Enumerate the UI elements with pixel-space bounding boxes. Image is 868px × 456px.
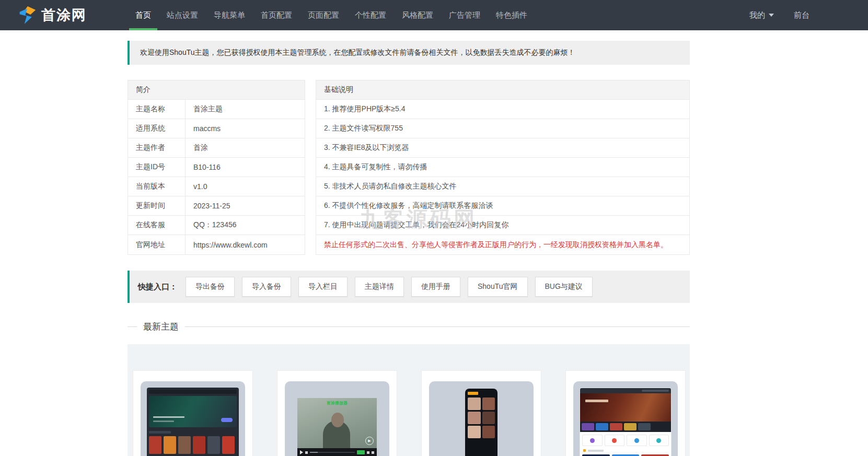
- mock-thumb-row: [580, 453, 671, 456]
- note-row: 3. 不兼容IE8及以下浏览器: [316, 138, 689, 158]
- row-value: maccms: [186, 119, 228, 138]
- theme-preview-screenshot: [580, 388, 672, 456]
- mock-text-line: [588, 450, 604, 452]
- poster-thumb: [222, 436, 235, 454]
- device-frame: [141, 381, 245, 456]
- poster-thumb: [164, 436, 176, 454]
- chevron-down-icon: [769, 14, 774, 17]
- poster-thumb: [207, 436, 220, 454]
- photo-thumb: [468, 426, 481, 438]
- poster-thumb: [610, 423, 622, 430]
- export-backup-button[interactable]: 导出备份: [186, 277, 235, 297]
- theme-details-button[interactable]: 主题详情: [355, 277, 404, 297]
- intro-table-title: 简介: [128, 80, 305, 100]
- user-manual-button[interactable]: 使用手册: [411, 277, 460, 297]
- progress-bar: [310, 452, 355, 453]
- site-logo[interactable]: 首涂网: [18, 0, 87, 30]
- mock-card: [605, 435, 625, 446]
- row-label: 当前版本: [128, 177, 186, 196]
- note-row: 1. 推荐使用PHP版本≥5.4: [316, 100, 689, 119]
- nav-item-ad-manage[interactable]: 广告管理: [441, 0, 488, 30]
- table-row: 主题ID号 B10-116: [128, 158, 305, 177]
- notes-table: 基础说明 1. 推荐使用PHP版本≥5.4 2. 主题文件读写权限755 3. …: [316, 80, 690, 255]
- play-icon: ▶: [365, 437, 374, 445]
- photo-thumb: [468, 397, 481, 410]
- mock-banner: [149, 396, 237, 427]
- mock-app-logo: [468, 392, 478, 395]
- theme-card-video-player[interactable]: 首涂播放器 ▶: [277, 370, 397, 456]
- nav-item-site-settings[interactable]: 站点设置: [159, 0, 206, 30]
- mock-video-frame: 首涂播放器 ▶: [297, 398, 377, 448]
- logo-text: 首涂网: [41, 6, 87, 25]
- shoutu-official-site-button[interactable]: ShouTu官网: [468, 277, 528, 297]
- mock-icon: [590, 438, 595, 443]
- mock-icon: [656, 438, 661, 443]
- nav-item-style-config[interactable]: 风格配置: [394, 0, 441, 30]
- nav-item-personal-config[interactable]: 个性配置: [347, 0, 394, 30]
- main-content: 欢迎使用ShouTu主题，您已获得授权使用本主题管理系统，在您配置或修改文件前请…: [128, 41, 690, 456]
- mock-icon: [612, 438, 617, 443]
- mock-topbar: [580, 388, 671, 393]
- nav-item-page-config[interactable]: 页面配置: [300, 0, 347, 30]
- note-row: 4. 主题具备可复制性，请勿传播: [316, 158, 689, 177]
- top-navbar: 首涂网 首页 站点设置 导航菜单 首页配置 页面配置 个性配置 风格配置 广告管…: [0, 0, 868, 30]
- theme-card-desktop-game[interactable]: [565, 370, 686, 456]
- quick-entry-label: 快捷入口：: [138, 282, 177, 292]
- nav-right-group: 我的 前台: [749, 0, 809, 30]
- mock-topbar: [149, 390, 237, 394]
- nav-item-nav-menu[interactable]: 导航菜单: [206, 0, 253, 30]
- row-value: 首涂主题: [186, 100, 230, 119]
- mock-section-label: [149, 431, 171, 434]
- row-value: B10-116: [186, 158, 228, 177]
- poster-thumb: [149, 436, 161, 454]
- note-row: 5. 非技术人员请勿私自修改主题核心文件: [316, 177, 689, 196]
- mock-green-button: [357, 450, 365, 454]
- row-label: 主题名称: [128, 100, 186, 119]
- row-label: 在线客服: [128, 216, 186, 235]
- note-row: 7. 使用中出现问题请提交工单，我们会在24小时内回复你: [316, 216, 689, 235]
- fullscreen-icon: [372, 451, 374, 454]
- table-row: 当前版本 v1.0: [128, 177, 305, 196]
- table-row: 在线客服 QQ：123456: [128, 216, 305, 235]
- device-frame: [573, 381, 678, 456]
- poster-thumb: [582, 423, 594, 430]
- nav-frontend-link[interactable]: 前台: [794, 10, 809, 20]
- mock-icon: [634, 438, 639, 443]
- volume-icon: [305, 451, 308, 454]
- theme-preview-screenshot: [147, 388, 239, 456]
- official-site-url: https://www.dkewl.com: [186, 235, 275, 254]
- table-row: 官网地址 https://www.dkewl.com: [128, 235, 305, 254]
- mock-text-line: [153, 416, 184, 418]
- poster-thumb: [638, 423, 651, 430]
- photo-thumb: [482, 412, 495, 424]
- nav-item-plugins[interactable]: 特色插件: [488, 0, 535, 30]
- welcome-alert: 欢迎使用ShouTu主题，您已获得授权使用本主题管理系统，在您配置或修改文件前请…: [128, 41, 690, 65]
- poster-thumb: [178, 436, 191, 454]
- notes-table-title: 基础说明: [316, 80, 689, 100]
- mock-search-pill: [642, 390, 669, 392]
- theme-card-mobile[interactable]: [421, 370, 541, 456]
- table-row: 更新时间 2023-11-25: [128, 196, 305, 216]
- mock-card-row: [580, 432, 671, 448]
- nav-item-home-config[interactable]: 首页配置: [253, 0, 300, 30]
- row-value: 2023-11-25: [186, 196, 238, 215]
- import-columns-button[interactable]: 导入栏目: [298, 277, 348, 297]
- nav-item-home[interactable]: 首页: [128, 0, 159, 30]
- theme-preview-screenshot: [465, 389, 497, 456]
- note-row: 6. 不提供个性化修改服务，高端定制请联系客服洽谈: [316, 196, 689, 216]
- row-label: 适用系统: [128, 119, 186, 138]
- poster-thumb: [596, 423, 608, 430]
- mock-bullet: [583, 449, 586, 452]
- mock-game-banner: [580, 393, 671, 422]
- row-value: 首涂: [186, 138, 216, 157]
- theme-card-dark-tablet[interactable]: [133, 370, 253, 456]
- import-backup-button[interactable]: 导入备份: [242, 277, 291, 297]
- bug-suggest-button[interactable]: BUG与建议: [535, 277, 593, 297]
- row-value: v1.0: [186, 177, 215, 196]
- nav-my-dropdown[interactable]: 我的: [749, 10, 774, 20]
- mock-card: [649, 435, 669, 446]
- mock-banner-title: [585, 400, 608, 402]
- row-label: 主题作者: [128, 138, 186, 157]
- device-frame: [429, 381, 534, 456]
- table-row: 主题名称 首涂主题: [128, 100, 305, 119]
